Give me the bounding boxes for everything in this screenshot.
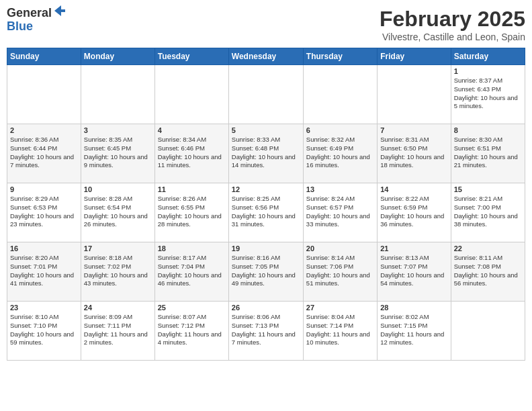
day-info: Sunrise: 8:09 AM Sunset: 7:11 PM Dayligh… [84, 313, 152, 347]
calendar-cell: 28Sunrise: 8:02 AM Sunset: 7:15 PM Dayli… [378, 302, 451, 361]
day-number: 14 [380, 185, 447, 193]
day-info: Sunrise: 8:32 AM Sunset: 6:49 PM Dayligh… [306, 136, 374, 170]
weekday-header-monday: Monday [81, 48, 154, 65]
day-number: 25 [158, 304, 226, 312]
day-number: 1 [454, 67, 522, 75]
calendar-week-4: 16Sunrise: 8:20 AM Sunset: 7:01 PM Dayli… [7, 242, 525, 302]
calendar-week-3: 9Sunrise: 8:29 AM Sunset: 6:53 PM Daylig… [7, 183, 525, 242]
day-number: 9 [10, 185, 78, 193]
calendar-cell [451, 302, 525, 361]
calendar-cell: 15Sunrise: 8:21 AM Sunset: 7:00 PM Dayli… [451, 183, 525, 242]
calendar-cell [378, 65, 451, 124]
calendar-cell: 17Sunrise: 8:18 AM Sunset: 7:02 PM Dayli… [81, 242, 154, 302]
day-info: Sunrise: 8:11 AM Sunset: 7:08 PM Dayligh… [454, 254, 522, 288]
day-info: Sunrise: 8:06 AM Sunset: 7:13 PM Dayligh… [232, 313, 300, 347]
day-info: Sunrise: 8:30 AM Sunset: 6:51 PM Dayligh… [454, 136, 522, 170]
day-info: Sunrise: 8:04 AM Sunset: 7:14 PM Dayligh… [306, 313, 374, 347]
calendar-cell [7, 65, 81, 124]
day-info: Sunrise: 8:33 AM Sunset: 6:48 PM Dayligh… [232, 136, 300, 170]
day-number: 7 [380, 126, 447, 134]
day-info: Sunrise: 8:31 AM Sunset: 6:50 PM Dayligh… [380, 136, 447, 170]
calendar-cell [303, 65, 377, 124]
calendar-cell: 20Sunrise: 8:14 AM Sunset: 7:06 PM Dayli… [303, 242, 377, 302]
calendar-cell: 12Sunrise: 8:25 AM Sunset: 6:56 PM Dayli… [228, 183, 303, 242]
calendar-cell: 6Sunrise: 8:32 AM Sunset: 6:49 PM Daylig… [303, 124, 377, 183]
day-number: 26 [232, 304, 300, 312]
day-info: Sunrise: 8:17 AM Sunset: 7:04 PM Dayligh… [158, 254, 226, 288]
calendar-cell: 24Sunrise: 8:09 AM Sunset: 7:11 PM Dayli… [81, 302, 154, 361]
calendar-cell: 8Sunrise: 8:30 AM Sunset: 6:51 PM Daylig… [451, 124, 525, 183]
day-number: 13 [306, 185, 374, 193]
calendar-cell: 10Sunrise: 8:28 AM Sunset: 6:54 PM Dayli… [81, 183, 154, 242]
day-info: Sunrise: 8:18 AM Sunset: 7:02 PM Dayligh… [84, 254, 152, 288]
day-info: Sunrise: 8:34 AM Sunset: 6:46 PM Dayligh… [158, 136, 226, 170]
day-info: Sunrise: 8:35 AM Sunset: 6:45 PM Dayligh… [84, 136, 152, 170]
calendar-week-5: 23Sunrise: 8:10 AM Sunset: 7:10 PM Dayli… [7, 302, 525, 361]
calendar-cell: 26Sunrise: 8:06 AM Sunset: 7:13 PM Dayli… [228, 302, 303, 361]
calendar-cell: 21Sunrise: 8:13 AM Sunset: 7:07 PM Dayli… [378, 242, 451, 302]
weekday-header-friday: Friday [378, 48, 451, 65]
day-number: 20 [306, 244, 374, 253]
svg-marker-0 [54, 5, 65, 16]
calendar-cell [228, 65, 303, 124]
day-info: Sunrise: 8:26 AM Sunset: 6:55 PM Dayligh… [158, 195, 226, 229]
day-number: 11 [158, 185, 226, 193]
location-title: Vilvestre, Castille and Leon, Spain [380, 32, 525, 42]
logo-text: General Blue [7, 7, 66, 34]
day-info: Sunrise: 8:22 AM Sunset: 6:59 PM Dayligh… [380, 195, 447, 229]
calendar-cell: 18Sunrise: 8:17 AM Sunset: 7:04 PM Dayli… [154, 242, 228, 302]
page: General Blue February 2025 Vilvestre, Ca… [0, 0, 532, 411]
day-info: Sunrise: 8:25 AM Sunset: 6:56 PM Dayligh… [232, 195, 300, 229]
day-number: 28 [380, 304, 447, 312]
logo: General Blue [7, 7, 66, 34]
day-info: Sunrise: 8:29 AM Sunset: 6:53 PM Dayligh… [10, 195, 78, 229]
day-number: 5 [232, 126, 300, 134]
day-number: 24 [84, 304, 152, 312]
weekday-header-tuesday: Tuesday [154, 48, 228, 65]
header: General Blue February 2025 Vilvestre, Ca… [7, 7, 525, 42]
day-number: 15 [454, 185, 522, 193]
calendar-cell: 14Sunrise: 8:22 AM Sunset: 6:59 PM Dayli… [378, 183, 451, 242]
day-number: 3 [84, 126, 152, 134]
day-number: 22 [454, 244, 522, 253]
calendar-cell: 5Sunrise: 8:33 AM Sunset: 6:48 PM Daylig… [228, 124, 303, 183]
logo-blue: Blue [7, 20, 66, 34]
calendar-cell: 2Sunrise: 8:36 AM Sunset: 6:44 PM Daylig… [7, 124, 81, 183]
day-info: Sunrise: 8:24 AM Sunset: 6:57 PM Dayligh… [306, 195, 374, 229]
calendar-cell: 11Sunrise: 8:26 AM Sunset: 6:55 PM Dayli… [154, 183, 228, 242]
weekday-header-thursday: Thursday [303, 48, 377, 65]
day-info: Sunrise: 8:16 AM Sunset: 7:05 PM Dayligh… [232, 254, 300, 288]
calendar-table: SundayMondayTuesdayWednesdayThursdayFrid… [7, 48, 525, 361]
day-number: 17 [84, 244, 152, 253]
weekday-header-wednesday: Wednesday [228, 48, 303, 65]
calendar-cell: 16Sunrise: 8:20 AM Sunset: 7:01 PM Dayli… [7, 242, 81, 302]
calendar-cell: 4Sunrise: 8:34 AM Sunset: 6:46 PM Daylig… [154, 124, 228, 183]
day-number: 23 [10, 304, 78, 312]
day-info: Sunrise: 8:13 AM Sunset: 7:07 PM Dayligh… [380, 254, 447, 288]
month-title: February 2025 [380, 7, 525, 32]
day-info: Sunrise: 8:20 AM Sunset: 7:01 PM Dayligh… [10, 254, 78, 288]
calendar-cell: 23Sunrise: 8:10 AM Sunset: 7:10 PM Dayli… [7, 302, 81, 361]
day-info: Sunrise: 8:28 AM Sunset: 6:54 PM Dayligh… [84, 195, 152, 229]
day-number: 6 [306, 126, 374, 134]
day-info: Sunrise: 8:21 AM Sunset: 7:00 PM Dayligh… [454, 195, 522, 229]
calendar-cell [154, 65, 228, 124]
day-info: Sunrise: 8:02 AM Sunset: 7:15 PM Dayligh… [380, 313, 447, 347]
day-info: Sunrise: 8:37 AM Sunset: 6:43 PM Dayligh… [454, 77, 522, 111]
calendar-cell: 7Sunrise: 8:31 AM Sunset: 6:50 PM Daylig… [378, 124, 451, 183]
calendar-cell: 27Sunrise: 8:04 AM Sunset: 7:14 PM Dayli… [303, 302, 377, 361]
logo-general: General [7, 7, 52, 20]
calendar-week-2: 2Sunrise: 8:36 AM Sunset: 6:44 PM Daylig… [7, 124, 525, 183]
calendar-cell: 19Sunrise: 8:16 AM Sunset: 7:05 PM Dayli… [228, 242, 303, 302]
day-number: 12 [232, 185, 300, 193]
day-info: Sunrise: 8:10 AM Sunset: 7:10 PM Dayligh… [10, 313, 78, 347]
day-number: 27 [306, 304, 374, 312]
day-number: 8 [454, 126, 522, 134]
calendar-cell [81, 65, 154, 124]
day-number: 10 [84, 185, 152, 193]
calendar-cell: 3Sunrise: 8:35 AM Sunset: 6:45 PM Daylig… [81, 124, 154, 183]
calendar-cell: 25Sunrise: 8:07 AM Sunset: 7:12 PM Dayli… [154, 302, 228, 361]
day-number: 16 [10, 244, 78, 253]
title-area: February 2025 Vilvestre, Castille and Le… [380, 7, 525, 42]
calendar-cell: 1Sunrise: 8:37 AM Sunset: 6:43 PM Daylig… [451, 65, 525, 124]
